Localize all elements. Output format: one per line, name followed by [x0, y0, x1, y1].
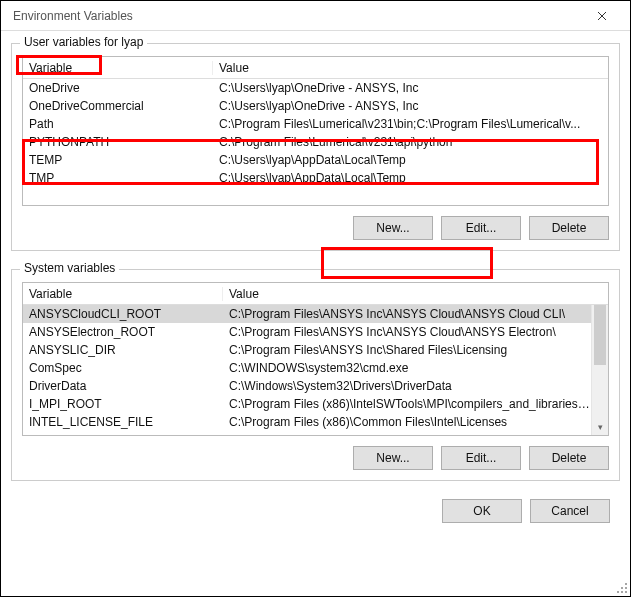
cell-val: C:\Program Files\Lumerical\v231\bin;C:\P… [213, 117, 608, 131]
system-variables-group: System variables Variable Value ANSYSClo… [11, 269, 620, 481]
cell-val: C:\Users\lyap\AppData\Local\Temp [213, 171, 608, 185]
cell-val: C:\Program Files\ANSYS Inc\ANSYS Cloud\A… [223, 325, 591, 339]
system-rows: ANSYSCloudCLI_ROOT C:\Program Files\ANSY… [23, 305, 608, 431]
user-new-button[interactable]: New... [353, 216, 433, 240]
user-variables-group: User variables for lyap Variable Value O… [11, 43, 620, 251]
list-header: Variable Value [23, 283, 608, 305]
svg-point-2 [625, 587, 627, 589]
close-button[interactable] [582, 2, 622, 30]
cancel-button[interactable]: Cancel [530, 499, 610, 523]
svg-point-0 [625, 583, 627, 585]
cell-val: C:\WINDOWS\system32\cmd.exe [223, 361, 591, 375]
scroll-down-icon[interactable]: ▾ [592, 418, 608, 435]
cell-var: PYTHONPATH [23, 135, 213, 149]
table-row[interactable]: PYTHONPATH C:\Program Files\Lumerical\v2… [23, 133, 608, 151]
cell-var: OneDrive [23, 81, 213, 95]
list-header: Variable Value [23, 57, 608, 79]
dialog-footer: OK Cancel [11, 489, 620, 523]
resize-grip-icon[interactable] [614, 580, 628, 594]
system-edit-button[interactable]: Edit... [441, 446, 521, 470]
table-row[interactable]: ComSpec C:\WINDOWS\system32\cmd.exe [23, 359, 591, 377]
cell-var: Path [23, 117, 213, 131]
window-titlebar: Environment Variables [1, 1, 630, 31]
cell-val: C:\Program Files (x86)\Common Files\Inte… [223, 415, 591, 429]
col-header-value[interactable]: Value [223, 287, 608, 301]
cell-val: C:\Program Files\ANSYS Inc\ANSYS Cloud\A… [223, 307, 591, 321]
cell-val: C:\Program Files (x86)\IntelSWTools\MPI\… [223, 397, 591, 411]
user-variables-title: User variables for lyap [20, 35, 147, 49]
table-row[interactable]: I_MPI_ROOT C:\Program Files (x86)\IntelS… [23, 395, 591, 413]
cell-val: C:\Users\lyap\OneDrive - ANSYS, Inc [213, 99, 608, 113]
svg-point-1 [621, 587, 623, 589]
window-title: Environment Variables [13, 9, 582, 23]
table-row[interactable]: ANSYSCloudCLI_ROOT C:\Program Files\ANSY… [23, 305, 591, 323]
cell-var: DriverData [23, 379, 223, 393]
user-buttons-row: New... Edit... Delete [22, 216, 609, 240]
col-header-variable[interactable]: Variable [23, 287, 223, 301]
user-delete-button[interactable]: Delete [529, 216, 609, 240]
cell-var: INTEL_LICENSE_FILE [23, 415, 223, 429]
cell-val: C:\Users\lyap\AppData\Local\Temp [213, 153, 608, 167]
svg-point-5 [625, 591, 627, 593]
cell-var: TEMP [23, 153, 213, 167]
col-header-variable[interactable]: Variable [23, 61, 213, 75]
svg-point-3 [617, 591, 619, 593]
system-variables-list[interactable]: Variable Value ANSYSCloudCLI_ROOT C:\Pro… [22, 282, 609, 436]
user-rows: OneDrive C:\Users\lyap\OneDrive - ANSYS,… [23, 79, 608, 187]
table-row[interactable]: TEMP C:\Users\lyap\AppData\Local\Temp [23, 151, 608, 169]
table-row[interactable]: OneDriveCommercial C:\Users\lyap\OneDriv… [23, 97, 608, 115]
cell-var: ComSpec [23, 361, 223, 375]
scrollbar[interactable]: ▾ [591, 305, 608, 435]
cell-var: ANSYSLIC_DIR [23, 343, 223, 357]
system-buttons-row: New... Edit... Delete [22, 446, 609, 470]
table-row[interactable]: Path C:\Program Files\Lumerical\v231\bin… [23, 115, 608, 133]
cell-var: I_MPI_ROOT [23, 397, 223, 411]
table-row[interactable]: INTEL_LICENSE_FILE C:\Program Files (x86… [23, 413, 591, 431]
system-delete-button[interactable]: Delete [529, 446, 609, 470]
col-header-value[interactable]: Value [213, 61, 608, 75]
table-row[interactable]: ANSYSElectron_ROOT C:\Program Files\ANSY… [23, 323, 591, 341]
table-row[interactable]: TMP C:\Users\lyap\AppData\Local\Temp [23, 169, 608, 187]
table-row[interactable]: OneDrive C:\Users\lyap\OneDrive - ANSYS,… [23, 79, 608, 97]
cell-val: C:\Windows\System32\Drivers\DriverData [223, 379, 591, 393]
ok-button[interactable]: OK [442, 499, 522, 523]
user-variables-list[interactable]: Variable Value OneDrive C:\Users\lyap\On… [22, 56, 609, 206]
table-row[interactable]: ANSYSLIC_DIR C:\Program Files\ANSYS Inc\… [23, 341, 591, 359]
cell-val: C:\Program Files\Lumerical\v231\api\pyth… [213, 135, 608, 149]
table-row[interactable]: DriverData C:\Windows\System32\Drivers\D… [23, 377, 591, 395]
cell-var: ANSYSElectron_ROOT [23, 325, 223, 339]
cell-val: C:\Users\lyap\OneDrive - ANSYS, Inc [213, 81, 608, 95]
cell-var: ANSYSCloudCLI_ROOT [23, 307, 223, 321]
cell-val: C:\Program Files\ANSYS Inc\Shared Files\… [223, 343, 591, 357]
scroll-thumb[interactable] [594, 305, 606, 365]
close-icon [597, 11, 607, 21]
svg-point-4 [621, 591, 623, 593]
cell-var: TMP [23, 171, 213, 185]
system-variables-title: System variables [20, 261, 119, 275]
user-edit-button[interactable]: Edit... [441, 216, 521, 240]
system-new-button[interactable]: New... [353, 446, 433, 470]
cell-var: OneDriveCommercial [23, 99, 213, 113]
